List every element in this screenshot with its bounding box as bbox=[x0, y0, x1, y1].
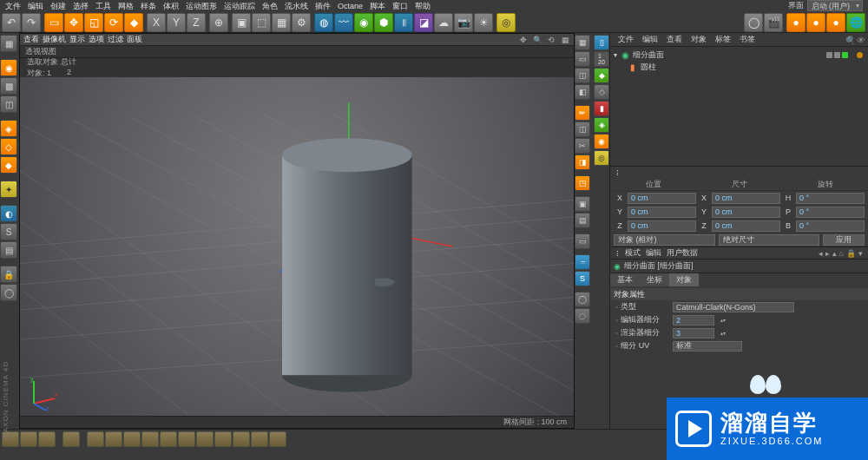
phong-tag-icon[interactable] bbox=[857, 52, 863, 58]
strip1-btn-knife[interactable]: ✂ bbox=[575, 138, 590, 154]
menu-mesh[interactable]: 网格 bbox=[116, 1, 135, 12]
strip1-btn-box[interactable]: ◳ bbox=[575, 175, 590, 191]
htab-tags[interactable]: 标签 bbox=[711, 33, 735, 46]
model-mode-button[interactable]: ◉ bbox=[0, 59, 17, 76]
workplane-lock-button[interactable]: 🔒 bbox=[0, 266, 17, 283]
undo-button[interactable]: ↶ bbox=[2, 13, 21, 32]
mat-btn-3[interactable] bbox=[38, 431, 56, 447]
light-button[interactable]: ☀ bbox=[474, 13, 493, 32]
subtab-coord[interactable]: 坐标 bbox=[640, 273, 669, 286]
vp-menu-display[interactable]: 显示 bbox=[69, 34, 85, 45]
strip1-btn-extrude[interactable]: ◨ bbox=[575, 154, 590, 170]
vp-nav-pan-icon[interactable]: ✥ bbox=[518, 35, 529, 45]
mat-btn-6[interactable] bbox=[105, 431, 122, 447]
pos-y-field[interactable]: 0 cm bbox=[628, 207, 696, 218]
snap-a-button[interactable]: ● bbox=[786, 13, 806, 32]
camera-button[interactable]: 📷 bbox=[454, 13, 473, 32]
strip2-btn-2[interactable]: ◆ bbox=[594, 68, 609, 83]
hierarchy-child-row[interactable]: ▮ 圆柱 bbox=[612, 61, 866, 73]
menu-spline[interactable]: 样条 bbox=[139, 1, 158, 12]
strip1-btn-4[interactable]: ◧ bbox=[575, 84, 590, 100]
mat-btn-5[interactable] bbox=[87, 431, 104, 447]
mat-btn-2[interactable] bbox=[20, 431, 37, 447]
workplane-button[interactable]: ◫ bbox=[0, 95, 17, 113]
menu-octane[interactable]: Octane bbox=[336, 2, 365, 10]
subdiv-button[interactable]: ⬢ bbox=[374, 13, 393, 32]
quantize-button[interactable]: ▤ bbox=[0, 241, 17, 259]
atab-mode[interactable]: 模式 bbox=[625, 247, 641, 259]
film-button[interactable]: 🎬 bbox=[764, 13, 783, 32]
viewport-solo-button[interactable]: ◐ bbox=[0, 205, 17, 222]
strip2-btn-6[interactable]: ◉ bbox=[594, 134, 609, 149]
soft-select-button[interactable]: ◯ bbox=[0, 284, 17, 301]
menu-script[interactable]: 脚本 bbox=[368, 1, 387, 12]
attr-menu-icon[interactable]: ▾ bbox=[858, 249, 863, 258]
atab-edit[interactable]: 编辑 bbox=[646, 247, 661, 259]
menu-tools[interactable]: 工具 bbox=[94, 1, 113, 12]
atab-userdata[interactable]: 用户数据 bbox=[667, 247, 698, 259]
strip2-btn-5[interactable]: ◈ bbox=[594, 117, 609, 133]
attr-render-field[interactable]: 3 bbox=[673, 328, 714, 338]
htab-file[interactable]: 文件 bbox=[614, 33, 638, 46]
mat-btn-10[interactable] bbox=[178, 431, 195, 447]
strip1-btn-cam[interactable]: ▭ bbox=[575, 233, 590, 249]
strip2-btn-1[interactable]: ▯ bbox=[594, 35, 609, 50]
strip1-btn-s[interactable]: S bbox=[575, 271, 590, 286]
move-tool[interactable]: ✥ bbox=[64, 13, 83, 32]
hierarchy-root-row[interactable]: ▾ ◉ 细分曲面 bbox=[612, 49, 866, 61]
viewport-canvas[interactable]: x y z bbox=[20, 77, 574, 416]
redo-button[interactable]: ↷ bbox=[22, 13, 41, 32]
mat-btn-4[interactable] bbox=[62, 431, 80, 447]
strip1-btn-snap1[interactable]: ▣ bbox=[575, 196, 590, 212]
layout-dropdown[interactable]: 启动 (用户) bbox=[807, 0, 864, 11]
pos-x-field[interactable]: 0 cm bbox=[628, 193, 696, 204]
poly-mode-button[interactable]: ◆ bbox=[0, 156, 17, 174]
strip1-btn-sphere[interactable]: ◯ bbox=[575, 292, 590, 307]
vp-menu-camera[interactable]: 摄像机 bbox=[43, 34, 66, 45]
render-settings-button[interactable]: ⚙ bbox=[292, 13, 311, 32]
mat-btn-14[interactable] bbox=[251, 431, 268, 447]
attr-render-spinner[interactable]: ▴▾ bbox=[720, 328, 727, 338]
menu-file[interactable]: 文件 bbox=[3, 1, 23, 12]
menu-help[interactable]: 帮助 bbox=[413, 1, 432, 12]
vp-menu-filter[interactable]: 过滤 bbox=[108, 34, 123, 45]
expand-icon[interactable]: ▾ bbox=[614, 51, 617, 59]
mat-btn-8[interactable] bbox=[141, 431, 159, 447]
vp-menu-panel[interactable]: 面板 bbox=[127, 34, 142, 45]
menu-plugins[interactable]: 插件 bbox=[313, 1, 332, 12]
attr-lock-icon[interactable]: 🔒 bbox=[846, 249, 856, 258]
menu-pipeline[interactable]: 流水线 bbox=[283, 1, 310, 12]
mat-btn-15[interactable] bbox=[269, 431, 286, 447]
vp-menu-options[interactable]: 选项 bbox=[89, 34, 104, 45]
vp-nav-orbit-icon[interactable]: ⟲ bbox=[546, 35, 556, 45]
menu-create[interactable]: 创建 bbox=[49, 1, 68, 12]
htab-object[interactable]: 对象 bbox=[687, 33, 711, 46]
rot-b-field[interactable]: 0 ° bbox=[796, 220, 865, 232]
rot-h-field[interactable]: 0 ° bbox=[796, 193, 865, 204]
coord-mode-b-dropdown[interactable]: 绝对尺寸 bbox=[719, 234, 820, 246]
mat-btn-7[interactable] bbox=[123, 431, 141, 447]
coord-system-button[interactable]: ⊕ bbox=[209, 13, 228, 32]
attr-back-icon[interactable]: ◂ bbox=[819, 249, 823, 258]
vp-nav-tile-icon[interactable]: ▦ bbox=[560, 35, 570, 45]
strip2-btn-7[interactable]: ◎ bbox=[594, 150, 609, 166]
hierarchy-search-icon[interactable]: 🔍 bbox=[845, 36, 853, 44]
environment-button[interactable]: ☁ bbox=[434, 13, 453, 32]
deformer-button[interactable]: ◪ bbox=[414, 13, 433, 32]
htab-bookmark[interactable]: 书签 bbox=[735, 33, 760, 46]
subtab-object[interactable]: 对象 bbox=[669, 273, 699, 286]
object-manager[interactable]: ▾ ◉ 细分曲面 ▮ 圆柱 bbox=[610, 47, 868, 167]
strip1-btn-brush[interactable]: ✏ bbox=[575, 105, 590, 121]
axis-y-button[interactable]: Y bbox=[167, 13, 186, 32]
edge-mode-button[interactable]: ◇ bbox=[0, 138, 17, 155]
attr-type-dropdown[interactable]: Catmull-Clark(N-Gons) bbox=[673, 302, 794, 312]
octane-button[interactable]: ◎ bbox=[496, 13, 516, 32]
texture-mode-button[interactable]: ▩ bbox=[0, 77, 17, 95]
attr-uv-dropdown[interactable]: 标准 bbox=[673, 341, 742, 352]
spline-button[interactable]: 〰 bbox=[334, 13, 353, 32]
strip1-btn-link[interactable]: ⎓ bbox=[575, 254, 590, 270]
strip1-btn-2[interactable]: ▭ bbox=[575, 51, 590, 67]
axis-x-button[interactable]: X bbox=[147, 13, 166, 32]
axis-mode-button[interactable]: ✦ bbox=[0, 181, 17, 198]
strip1-btn-1[interactable]: ▦ bbox=[575, 35, 590, 50]
